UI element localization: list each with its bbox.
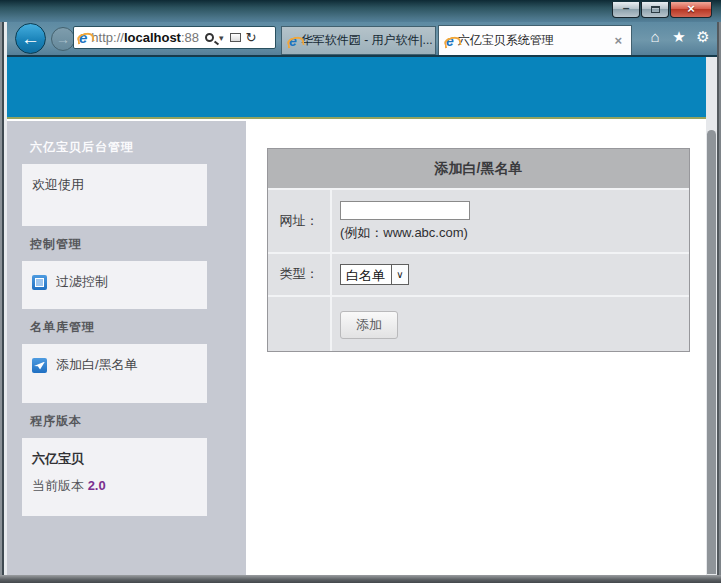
filter-control-icon	[32, 275, 47, 290]
submit-row-body: 添加	[332, 297, 689, 351]
scrollbar-thumb[interactable]	[707, 130, 716, 574]
version-line: 当前版本 2.0	[32, 477, 197, 495]
minimize-button[interactable]: –	[612, 2, 640, 18]
add-list-icon	[32, 358, 47, 373]
url-hint: (例如：www.abc.com)	[340, 224, 681, 242]
version-panel: 六亿宝贝 当前版本 2.0	[22, 438, 207, 516]
sidebar: 六亿宝贝后台管理 欢迎使用 控制管理 过滤控制 名单库管理 添加白/黑名单 程序…	[7, 121, 246, 575]
chevron-down-icon[interactable]: ▾	[219, 33, 224, 43]
refresh-icon[interactable]: ↻	[246, 30, 257, 45]
submit-row: 添加	[268, 297, 689, 351]
window-frame-left	[0, 22, 7, 575]
type-select[interactable]: 白名单 ∨	[340, 264, 409, 285]
sidebar-item-label: 过滤控制	[56, 273, 108, 291]
address-host: localhost	[124, 30, 181, 45]
version-label: 当前版本	[32, 478, 88, 493]
control-panel: 过滤控制	[22, 261, 207, 309]
main-content: 添加白/黑名单 网址： (例如：www.abc.com) 类型： 白名单 ∨	[246, 121, 706, 575]
type-select-value: 白名单	[341, 265, 391, 284]
sidebar-section-version: 程序版本	[30, 413, 246, 430]
browser-window: – × ← → e http:// localhost :88 ▾ ↻ e 华军…	[0, 0, 721, 583]
page-banner	[7, 57, 706, 119]
address-bar[interactable]: e http:// localhost :88 ▾ ↻	[73, 26, 276, 49]
command-bar: ⌂ ★ ⚙	[647, 28, 711, 46]
type-row: 类型： 白名单 ∨	[268, 254, 689, 297]
tab-close-icon[interactable]: ×	[611, 33, 625, 48]
search-icon[interactable]	[205, 33, 214, 42]
close-button[interactable]: ×	[670, 2, 712, 18]
maximize-icon	[651, 6, 660, 13]
back-button[interactable]: ←	[15, 23, 46, 54]
sidebar-title: 六亿宝贝后台管理	[30, 139, 246, 156]
sidebar-item-filter-control[interactable]: 过滤控制	[32, 273, 197, 291]
type-row-body: 白名单 ∨	[332, 254, 689, 295]
ie-tab-icon: e	[446, 33, 454, 49]
product-name: 六亿宝贝	[32, 450, 197, 468]
compatibility-view-icon[interactable]	[230, 33, 241, 42]
submit-row-spacer	[268, 297, 332, 351]
window-frame-right	[717, 22, 721, 575]
tab-system-admin[interactable]: e 六亿宝贝系统管理 ×	[438, 25, 632, 55]
url-row: 网址： (例如：www.abc.com)	[268, 190, 689, 254]
lists-panel: 添加白/黑名单	[22, 344, 207, 403]
tab-label: 六亿宝贝系统管理	[458, 32, 554, 49]
url-input[interactable]	[340, 201, 470, 220]
tab-huajun[interactable]: e 华军软件园 - 用户软件|...	[281, 26, 436, 55]
ie-tab-icon: e	[289, 33, 297, 49]
version-number: 2.0	[88, 478, 106, 493]
maximize-button[interactable]	[641, 2, 669, 18]
home-icon[interactable]: ⌂	[647, 28, 663, 46]
select-chevron-icon: ∨	[391, 265, 408, 284]
welcome-text: 欢迎使用	[32, 177, 84, 192]
type-label: 类型：	[268, 254, 332, 295]
window-frame-bottom	[0, 575, 721, 583]
forward-button[interactable]: →	[51, 27, 75, 51]
gear-icon[interactable]: ⚙	[695, 28, 711, 46]
sidebar-section-control: 控制管理	[30, 236, 246, 253]
add-list-form: 添加白/黑名单 网址： (例如：www.abc.com) 类型： 白名单 ∨	[267, 148, 690, 352]
window-controls: – ×	[611, 2, 712, 18]
sidebar-item-label: 添加白/黑名单	[56, 356, 138, 374]
vertical-scrollbar[interactable]	[706, 57, 717, 575]
add-button[interactable]: 添加	[340, 311, 398, 339]
sidebar-section-lists: 名单库管理	[30, 319, 246, 336]
url-label: 网址：	[268, 190, 332, 252]
address-port: :88	[181, 30, 199, 45]
star-icon[interactable]: ★	[671, 28, 687, 46]
url-row-body: (例如：www.abc.com)	[332, 190, 689, 252]
welcome-panel: 欢迎使用	[22, 164, 207, 226]
ie-page-icon: e	[79, 29, 87, 46]
tab-label: 华军软件园 - 用户软件|...	[301, 32, 433, 49]
sidebar-item-add-list[interactable]: 添加白/黑名单	[32, 356, 197, 374]
form-title: 添加白/黑名单	[268, 149, 689, 190]
address-protocol: http://	[91, 30, 124, 45]
